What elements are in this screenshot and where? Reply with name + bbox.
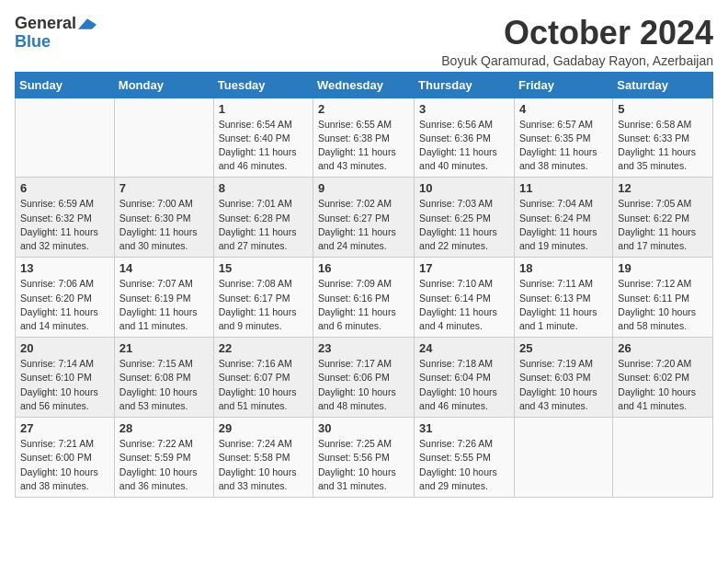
day-number: 16 <box>318 261 409 275</box>
calendar-cell: 14Sunrise: 7:07 AM Sunset: 6:19 PM Dayli… <box>114 258 213 338</box>
calendar-cell: 30Sunrise: 7:25 AM Sunset: 5:56 PM Dayli… <box>313 418 415 498</box>
day-info: Sunrise: 7:22 AM Sunset: 5:59 PM Dayligh… <box>119 438 198 491</box>
calendar-header-row: SundayMondayTuesdayWednesdayThursdayFrid… <box>16 72 713 98</box>
calendar-cell <box>114 98 213 178</box>
logo-general: General <box>15 15 76 33</box>
day-header-friday: Friday <box>514 72 612 98</box>
day-info: Sunrise: 7:02 AM Sunset: 6:27 PM Dayligh… <box>318 198 396 251</box>
day-header-thursday: Thursday <box>415 72 515 98</box>
day-info: Sunrise: 7:05 AM Sunset: 6:22 PM Dayligh… <box>618 198 696 251</box>
calendar-week-row: 20Sunrise: 7:14 AM Sunset: 6:10 PM Dayli… <box>16 338 713 418</box>
calendar-cell: 2Sunrise: 6:55 AM Sunset: 6:38 PM Daylig… <box>313 98 415 178</box>
logo-blue: Blue <box>15 33 51 52</box>
day-number: 17 <box>419 261 509 275</box>
day-info: Sunrise: 7:26 AM Sunset: 5:55 PM Dayligh… <box>419 438 497 491</box>
day-header-monday: Monday <box>114 72 213 98</box>
calendar-table: SundayMondayTuesdayWednesdayThursdayFrid… <box>15 72 713 498</box>
calendar-cell: 7Sunrise: 7:00 AM Sunset: 6:30 PM Daylig… <box>114 178 213 258</box>
day-number: 19 <box>618 261 708 275</box>
day-info: Sunrise: 6:57 AM Sunset: 6:35 PM Dayligh… <box>519 119 597 172</box>
calendar-week-row: 1Sunrise: 6:54 AM Sunset: 6:40 PM Daylig… <box>16 98 713 178</box>
day-number: 18 <box>519 261 608 275</box>
calendar-week-row: 13Sunrise: 7:06 AM Sunset: 6:20 PM Dayli… <box>16 258 713 338</box>
calendar-cell: 21Sunrise: 7:15 AM Sunset: 6:08 PM Dayli… <box>114 338 213 418</box>
day-header-saturday: Saturday <box>613 72 713 98</box>
day-header-wednesday: Wednesday <box>313 72 415 98</box>
calendar-cell: 20Sunrise: 7:14 AM Sunset: 6:10 PM Dayli… <box>16 338 115 418</box>
day-number: 31 <box>419 421 509 435</box>
day-number: 7 <box>119 181 209 195</box>
day-number: 23 <box>318 341 409 355</box>
location-title: Boyuk Qaramurad, Gadabay Rayon, Azerbaij… <box>441 53 713 68</box>
day-number: 28 <box>119 421 209 435</box>
day-number: 20 <box>20 341 109 355</box>
day-number: 29 <box>219 421 308 435</box>
calendar-cell: 23Sunrise: 7:17 AM Sunset: 6:06 PM Dayli… <box>313 338 415 418</box>
calendar-cell: 17Sunrise: 7:10 AM Sunset: 6:14 PM Dayli… <box>415 258 515 338</box>
day-number: 11 <box>519 181 608 195</box>
day-number: 13 <box>20 261 109 275</box>
day-number: 26 <box>618 341 708 355</box>
page-header: General Blue October 2024 Boyuk Qaramura… <box>15 15 713 68</box>
day-info: Sunrise: 7:17 AM Sunset: 6:06 PM Dayligh… <box>318 358 396 411</box>
day-number: 15 <box>219 261 308 275</box>
day-info: Sunrise: 7:03 AM Sunset: 6:25 PM Dayligh… <box>419 198 497 251</box>
calendar-cell: 11Sunrise: 7:04 AM Sunset: 6:24 PM Dayli… <box>514 178 612 258</box>
day-info: Sunrise: 7:08 AM Sunset: 6:17 PM Dayligh… <box>219 278 297 331</box>
calendar-cell: 26Sunrise: 7:20 AM Sunset: 6:02 PM Dayli… <box>613 338 713 418</box>
title-block: October 2024 Boyuk Qaramurad, Gadabay Ra… <box>441 15 713 68</box>
day-info: Sunrise: 7:14 AM Sunset: 6:10 PM Dayligh… <box>20 358 98 411</box>
day-number: 10 <box>419 181 509 195</box>
day-info: Sunrise: 7:12 AM Sunset: 6:11 PM Dayligh… <box>618 278 696 331</box>
day-number: 8 <box>219 181 308 195</box>
calendar-cell: 5Sunrise: 6:58 AM Sunset: 6:33 PM Daylig… <box>613 98 713 178</box>
day-header-tuesday: Tuesday <box>213 72 313 98</box>
svg-marker-0 <box>78 18 97 29</box>
day-info: Sunrise: 7:11 AM Sunset: 6:13 PM Dayligh… <box>519 278 597 331</box>
day-number: 9 <box>318 181 409 195</box>
calendar-week-row: 27Sunrise: 7:21 AM Sunset: 6:00 PM Dayli… <box>16 418 713 498</box>
calendar-cell <box>613 418 713 498</box>
calendar-cell: 15Sunrise: 7:08 AM Sunset: 6:17 PM Dayli… <box>213 258 313 338</box>
calendar-cell: 24Sunrise: 7:18 AM Sunset: 6:04 PM Dayli… <box>415 338 515 418</box>
day-info: Sunrise: 7:19 AM Sunset: 6:03 PM Dayligh… <box>519 358 597 411</box>
calendar-cell: 28Sunrise: 7:22 AM Sunset: 5:59 PM Dayli… <box>114 418 213 498</box>
day-info: Sunrise: 7:09 AM Sunset: 6:16 PM Dayligh… <box>318 278 396 331</box>
calendar-week-row: 6Sunrise: 6:59 AM Sunset: 6:32 PM Daylig… <box>16 178 713 258</box>
calendar-cell: 4Sunrise: 6:57 AM Sunset: 6:35 PM Daylig… <box>514 98 612 178</box>
day-info: Sunrise: 7:06 AM Sunset: 6:20 PM Dayligh… <box>20 278 98 331</box>
day-number: 4 <box>519 102 608 116</box>
day-number: 22 <box>219 341 308 355</box>
day-number: 5 <box>618 102 708 116</box>
day-info: Sunrise: 7:21 AM Sunset: 6:00 PM Dayligh… <box>20 438 98 491</box>
day-info: Sunrise: 7:01 AM Sunset: 6:28 PM Dayligh… <box>219 198 297 251</box>
calendar-cell: 31Sunrise: 7:26 AM Sunset: 5:55 PM Dayli… <box>415 418 515 498</box>
calendar-cell: 1Sunrise: 6:54 AM Sunset: 6:40 PM Daylig… <box>213 98 313 178</box>
day-info: Sunrise: 6:59 AM Sunset: 6:32 PM Dayligh… <box>20 198 98 251</box>
calendar-cell: 25Sunrise: 7:19 AM Sunset: 6:03 PM Dayli… <box>514 338 612 418</box>
calendar-cell <box>16 98 115 178</box>
day-number: 30 <box>318 421 409 435</box>
calendar-cell: 13Sunrise: 7:06 AM Sunset: 6:20 PM Dayli… <box>16 258 115 338</box>
day-info: Sunrise: 6:54 AM Sunset: 6:40 PM Dayligh… <box>219 119 297 172</box>
calendar-cell: 9Sunrise: 7:02 AM Sunset: 6:27 PM Daylig… <box>313 178 415 258</box>
calendar-cell: 10Sunrise: 7:03 AM Sunset: 6:25 PM Dayli… <box>415 178 515 258</box>
month-title: October 2024 <box>441 15 713 52</box>
day-info: Sunrise: 7:15 AM Sunset: 6:08 PM Dayligh… <box>119 358 198 411</box>
logo: General Blue <box>15 15 97 52</box>
day-number: 25 <box>519 341 608 355</box>
day-number: 24 <box>419 341 509 355</box>
day-info: Sunrise: 7:24 AM Sunset: 5:58 PM Dayligh… <box>219 438 297 491</box>
day-info: Sunrise: 7:00 AM Sunset: 6:30 PM Dayligh… <box>119 198 198 251</box>
calendar-cell: 27Sunrise: 7:21 AM Sunset: 6:00 PM Dayli… <box>16 418 115 498</box>
day-number: 1 <box>219 102 308 116</box>
day-info: Sunrise: 6:55 AM Sunset: 6:38 PM Dayligh… <box>318 119 396 172</box>
day-number: 2 <box>318 102 409 116</box>
day-number: 3 <box>419 102 509 116</box>
calendar-cell <box>514 418 612 498</box>
calendar-cell: 29Sunrise: 7:24 AM Sunset: 5:58 PM Dayli… <box>213 418 313 498</box>
day-number: 14 <box>119 261 209 275</box>
day-info: Sunrise: 7:18 AM Sunset: 6:04 PM Dayligh… <box>419 358 497 411</box>
day-number: 6 <box>20 181 109 195</box>
calendar-cell: 18Sunrise: 7:11 AM Sunset: 6:13 PM Dayli… <box>514 258 612 338</box>
